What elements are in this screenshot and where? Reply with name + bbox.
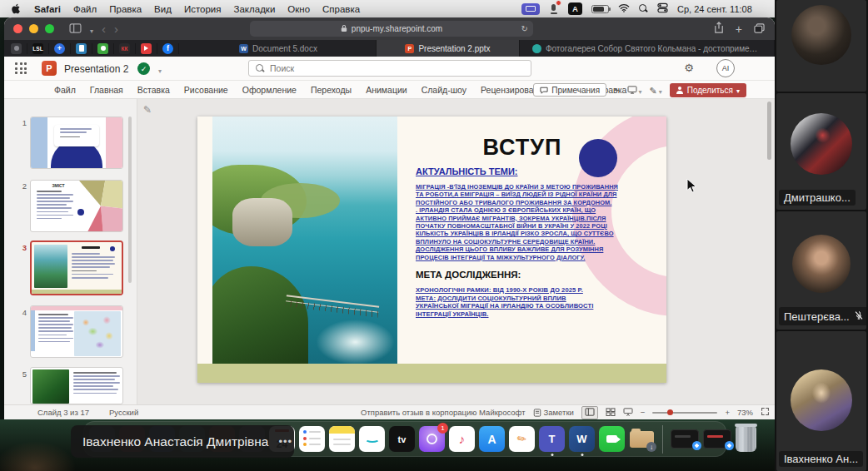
tab-document-5[interactable]: W Document 5.docx — [181, 40, 377, 57]
title-chevron-icon[interactable] — [158, 62, 162, 77]
notes-button[interactable]: Заметки — [533, 408, 574, 417]
facetime-icon[interactable] — [599, 426, 625, 452]
language-indicator[interactable]: Русский — [109, 408, 138, 417]
share-button[interactable]: Поделиться — [670, 83, 746, 97]
trash-icon[interactable] — [736, 426, 756, 452]
comments-button[interactable]: Примечания — [533, 83, 606, 97]
more-options-menu[interactable]: ••• — [278, 435, 292, 448]
slide-thumbnail-4[interactable] — [30, 305, 123, 358]
zoom-window-button[interactable] — [45, 24, 54, 33]
keyboard-layout-icon[interactable]: A — [568, 2, 582, 15]
menubar-app-name[interactable]: Safari — [34, 4, 61, 14]
ribbon-tab-draw[interactable]: Рисование — [184, 85, 228, 95]
control-center-icon[interactable] — [657, 2, 668, 15]
zoom-out-button[interactable]: − — [641, 408, 646, 417]
ribbon-tab-transitions[interactable]: Переходы — [311, 85, 352, 95]
feedback-link[interactable]: Отправить отзыв в корпорацию Майкрософт — [361, 408, 526, 417]
slide-sorter-view-button[interactable] — [606, 408, 616, 418]
app-store-icon[interactable]: A — [479, 426, 505, 452]
powerpoint-logo-icon[interactable]: P — [42, 61, 57, 76]
normal-view-button[interactable] — [581, 406, 598, 419]
slideshow-view-button[interactable] — [623, 408, 633, 418]
apple-menu-icon[interactable] — [11, 2, 22, 15]
document-title[interactable]: Presentation 2 — [64, 63, 128, 75]
slide-thumbnail-1[interactable] — [30, 117, 123, 169]
pinned-tab-green[interactable] — [92, 43, 114, 54]
battery-icon[interactable] — [591, 5, 609, 13]
zoom-level[interactable]: 73% — [737, 408, 753, 417]
menu-bookmarks[interactable]: Закладки — [234, 4, 276, 14]
sidebar-chevron-icon[interactable] — [90, 22, 93, 37]
thumbnail-scrollbar[interactable] — [128, 117, 132, 283]
reload-icon[interactable]: ↻ — [521, 24, 528, 33]
menu-history[interactable]: История — [184, 4, 222, 14]
ribbon-tab-home[interactable]: Главная — [90, 85, 123, 95]
slide-canvas[interactable]: ВСТУП АКТУАЛЬНІСТЬ ТЕМИ: МІГРАЦІЯ -В'ЇЗД… — [197, 117, 666, 383]
participant-tile-3[interactable]: Пештерєва... — [776, 211, 866, 330]
podcasts-icon[interactable]: 1 — [419, 426, 445, 452]
settings-gear-icon[interactable] — [684, 62, 694, 74]
reminders-icon[interactable] — [299, 426, 325, 452]
microsoft-teams-icon[interactable]: T — [539, 426, 565, 452]
minimize-window-button[interactable] — [29, 24, 38, 33]
screen-sharing-icon[interactable] — [521, 3, 540, 15]
address-bar[interactable]: pnpu-my.sharepoint.com ↻ — [250, 21, 533, 37]
participant-tile-1[interactable] — [776, 0, 866, 92]
zoom-in-button[interactable]: + — [725, 408, 730, 417]
minimized-window-2[interactable] — [703, 429, 731, 449]
search-input[interactable]: Поиск — [248, 60, 531, 77]
microsoft-word-icon[interactable]: W — [569, 426, 595, 452]
fit-to-window-button[interactable] — [761, 407, 770, 418]
pinned-tab-red[interactable] — [136, 43, 157, 54]
spotlight-search-icon[interactable] — [639, 4, 648, 13]
tab-photo-gallery[interactable]: Фотогалерея Собор Святого Кольмана - дос… — [520, 40, 775, 57]
apple-tv-icon[interactable]: tv — [389, 426, 415, 452]
downloads-folder-icon[interactable]: ↓ — [629, 426, 655, 452]
forward-button[interactable] — [114, 22, 118, 35]
slide-thumbnail-5[interactable] — [30, 367, 123, 404]
app-launcher-icon[interactable] — [15, 62, 27, 75]
participant-tile-2[interactable]: Дмитрашко... — [776, 93, 866, 210]
pinned-tab-kk[interactable]: КК — [114, 43, 136, 54]
zoom-slider-handle[interactable] — [667, 409, 673, 415]
menubar-clock[interactable]: Ср, 24 сент. 11:08 — [677, 4, 752, 14]
pinned-tab-facebook[interactable]: f — [157, 43, 179, 54]
canvas-scrollbar[interactable] — [767, 102, 771, 160]
notes-app-icon[interactable] — [329, 426, 355, 452]
ribbon-tab-animations[interactable]: Анимации — [366, 85, 407, 95]
ribbon-tab-design[interactable]: Оформление — [242, 85, 297, 95]
pinned-tab-lsl[interactable]: LSL — [27, 43, 49, 54]
microphone-status-icon[interactable] — [549, 3, 559, 15]
ribbon-tab-file[interactable]: Файл — [54, 85, 76, 95]
wifi-icon[interactable] — [618, 3, 630, 14]
pinned-tab-teal-doc[interactable] — [71, 43, 92, 54]
ribbon-tab-slideshow[interactable]: Слайд-шоу — [422, 85, 466, 95]
menu-window[interactable]: Окно — [287, 4, 310, 14]
present-display-button[interactable] — [627, 82, 642, 97]
close-window-button[interactable] — [13, 24, 22, 33]
pages-icon[interactable]: ✎ — [509, 426, 535, 452]
new-tab-icon[interactable]: + — [736, 22, 742, 36]
pinned-tab-blue-plus[interactable]: + — [49, 43, 71, 54]
draw-pen-button[interactable] — [650, 82, 662, 97]
slide-thumbnail-2[interactable]: ЗМІСТ — [30, 180, 123, 232]
ribbon-tab-insert[interactable]: Вставка — [137, 85, 170, 95]
menu-help[interactable]: Справка — [322, 4, 360, 14]
pinned-tab-camera[interactable] — [6, 43, 27, 54]
music-icon[interactable]: ♪ — [449, 426, 475, 452]
tab-overview-icon[interactable] — [754, 22, 765, 37]
back-button[interactable] — [102, 22, 106, 35]
slide-thumbnail-3-selected[interactable] — [30, 240, 123, 295]
participant-tile-4[interactable]: Івахненко Ан... — [776, 331, 866, 471]
sidebar-toggle-icon[interactable] — [69, 22, 82, 37]
presence-activity-icon[interactable]: ~ — [614, 85, 619, 95]
tab-presentation-2[interactable]: P Presentation 2.pptx — [377, 40, 520, 57]
zoom-slider[interactable] — [652, 412, 717, 414]
menu-view[interactable]: Вид — [154, 4, 172, 14]
account-avatar[interactable]: АІ — [716, 59, 735, 77]
minimized-window-1[interactable] — [671, 429, 699, 449]
slide-counter[interactable]: Слайд 3 из 17 — [37, 408, 89, 417]
share-page-icon[interactable] — [714, 22, 724, 37]
inline-pencil-icon[interactable] — [143, 104, 152, 116]
menu-edit[interactable]: Правка — [109, 4, 142, 14]
